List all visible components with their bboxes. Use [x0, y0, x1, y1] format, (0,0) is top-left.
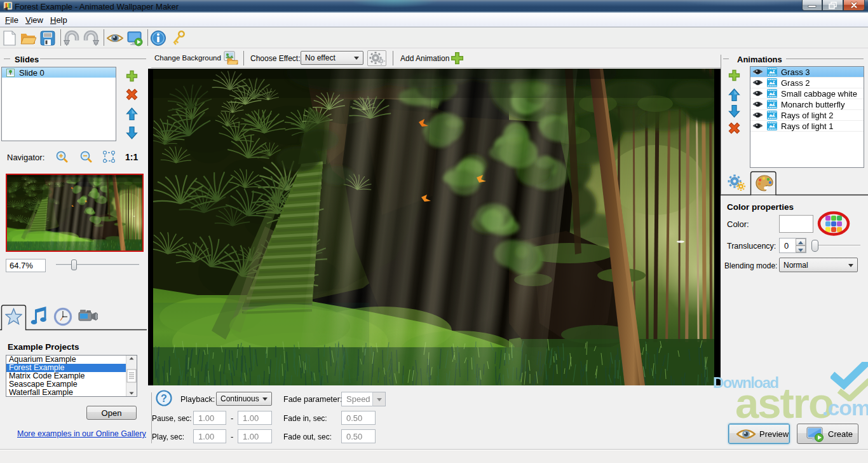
svg-text:?: ? — [161, 393, 167, 404]
